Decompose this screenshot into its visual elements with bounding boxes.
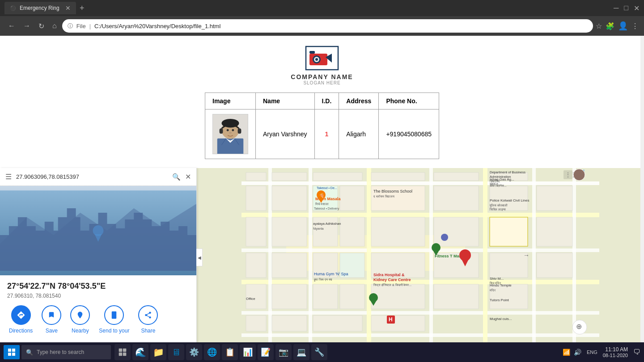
col-header-phone: Phone No. [379, 93, 439, 109]
info-table-container: Image Name I.D. Address Phone No. [0, 93, 644, 159]
svg-rect-133 [8, 349, 11, 352]
network-icon[interactable]: 📶 [563, 349, 570, 356]
maps-search-bar: ☰ 🔍 ✕ [0, 168, 196, 186]
app3-button[interactable]: 📝 [258, 344, 274, 360]
logo-section: COMPANY NAME SLOGAN HERE [0, 36, 644, 93]
col-header-image: Image [205, 93, 256, 109]
active-tab[interactable]: ⚫ Emergency Ring ✕ [4, 2, 76, 14]
svg-rect-38 [367, 168, 371, 347]
menu-icon[interactable]: ⋮ [631, 22, 639, 30]
svg-rect-32 [242, 248, 599, 252]
extensions-icon[interactable]: 🧩 [606, 22, 614, 30]
close-window-button[interactable]: ✕ [634, 4, 640, 13]
company-slogan: SLOGAN HERE [303, 80, 340, 85]
app6-button[interactable]: 🔧 [311, 344, 327, 360]
decimal-coordinates: 27.906310, 78.081540 [7, 293, 189, 299]
svg-rect-39 [429, 168, 433, 347]
svg-point-19 [232, 129, 234, 131]
app5-button[interactable]: 💻 [293, 344, 309, 360]
svg-rect-42 [572, 168, 576, 347]
bookmark-star-icon[interactable]: ☆ [596, 22, 602, 30]
map-view[interactable]: The Blossoms School द ब्लॉसम विद्यालय Mi… [197, 168, 644, 347]
panel-collapse-button[interactable]: ◀ [196, 248, 203, 266]
svg-rect-16 [220, 128, 223, 134]
svg-rect-78 [434, 284, 479, 309]
svg-text:H: H [389, 316, 393, 323]
taskbar-clock[interactable]: 11:10 AM 08-11-2020 [603, 346, 628, 358]
svg-rect-43 [246, 173, 266, 181]
nearby-button[interactable]: Nearby [70, 305, 90, 334]
hamburger-icon[interactable]: ☰ [5, 173, 12, 181]
svg-text:द ब्लॉसम विद्यालय: द ब्लॉसम विद्यालय [373, 194, 394, 198]
clear-search-icon[interactable]: ✕ [185, 173, 191, 181]
user-id-cell: 1 [314, 109, 339, 159]
forward-button[interactable]: → [21, 20, 33, 32]
scrollbar[interactable] [640, 36, 644, 342]
directions-icon [11, 305, 31, 325]
back-button[interactable]: ← [5, 20, 18, 32]
col-header-id: I.D. [314, 93, 339, 109]
svg-rect-139 [119, 353, 123, 356]
svg-text:Kidney Care Centre: Kidney Care Centre [373, 278, 411, 282]
svg-rect-65 [246, 253, 266, 278]
directions-button[interactable]: Directions [9, 305, 33, 334]
address-bar[interactable]: ⓘ File | C:/Users/Aryan%20Varshney/Deskt… [62, 19, 593, 33]
svg-rect-62 [434, 217, 479, 246]
send-to-your-button[interactable]: Send to your [99, 305, 129, 334]
svg-rect-80 [246, 316, 266, 331]
search-icon[interactable]: 🔍 [172, 173, 181, 181]
maps-search-input[interactable] [16, 173, 168, 180]
svg-rect-54 [434, 186, 479, 210]
new-tab-button[interactable]: + [76, 4, 88, 13]
save-label: Save [46, 328, 58, 334]
svg-point-131 [573, 169, 585, 181]
action-buttons: Directions Save Nearby [7, 305, 189, 334]
address-protocol: File [76, 23, 86, 29]
svg-text:मिर्च मसाला: मिर्च मसाला [315, 202, 329, 206]
start-button[interactable] [4, 345, 20, 359]
tab-favicon: ⚫ [10, 5, 16, 11]
taskbar-search-box[interactable]: 🔍 Type here to search [21, 345, 111, 359]
svg-text:मंदिर: मंदिर [489, 288, 496, 292]
tab-close-button[interactable]: ✕ [65, 4, 71, 12]
home-button[interactable]: ⌂ [50, 20, 59, 32]
svg-text:डिपार्टमेंट: डिपार्टमेंट [489, 179, 500, 183]
col-header-address: Address [339, 93, 379, 109]
svg-rect-83 [371, 316, 425, 331]
map-preview-image [0, 186, 196, 275]
svg-rect-31 [242, 213, 599, 217]
app4-button[interactable]: 📷 [275, 344, 292, 360]
user-row: Aryan Varshney 1 Aligarh +919045080685 [205, 109, 439, 159]
svg-rect-58 [272, 217, 307, 246]
svg-text:Administration: Administration [490, 175, 511, 179]
volume-icon[interactable]: 🔊 [574, 349, 581, 356]
tab-bar: ⚫ Emergency Ring ✕ + [4, 0, 88, 16]
profile-icon[interactable]: 👤 [618, 21, 628, 31]
svg-text:🍕: 🍕 [319, 193, 325, 198]
svg-text:→: → [523, 252, 530, 259]
minimize-button[interactable]: ─ [614, 4, 619, 12]
app2-button[interactable]: 📊 [240, 344, 256, 360]
svg-rect-52 [340, 186, 364, 210]
file-explorer-button[interactable]: 📁 [150, 344, 166, 360]
taskbar-search-placeholder: Type here to search [37, 349, 84, 355]
svg-rect-33 [242, 280, 599, 284]
edge-browser-button[interactable]: 🌊 [132, 344, 148, 360]
svg-point-18 [227, 129, 229, 131]
settings-button[interactable]: ⚙️ [186, 344, 202, 360]
dell-app-button[interactable]: 🖥 [168, 344, 184, 360]
maximize-button[interactable]: □ [624, 4, 628, 12]
svg-rect-72 [537, 253, 572, 278]
share-button[interactable]: Share [138, 305, 158, 334]
save-button[interactable]: Save [42, 305, 61, 334]
svg-rect-137 [119, 349, 123, 352]
reload-button[interactable]: ↻ [36, 20, 47, 32]
task-view-button[interactable] [114, 344, 131, 360]
col-header-name: Name [256, 93, 315, 109]
toolbar-right: ☆ 🧩 👤 ⋮ [596, 21, 639, 31]
notification-icon[interactable]: 🗨 [633, 348, 640, 356]
app1-button[interactable]: 📋 [222, 344, 238, 360]
chrome-button[interactable]: 🌐 [204, 344, 220, 360]
svg-text:हुमा जिम एन स्पा: हुमा जिम एन स्पा [314, 278, 332, 282]
svg-rect-74 [272, 284, 307, 309]
